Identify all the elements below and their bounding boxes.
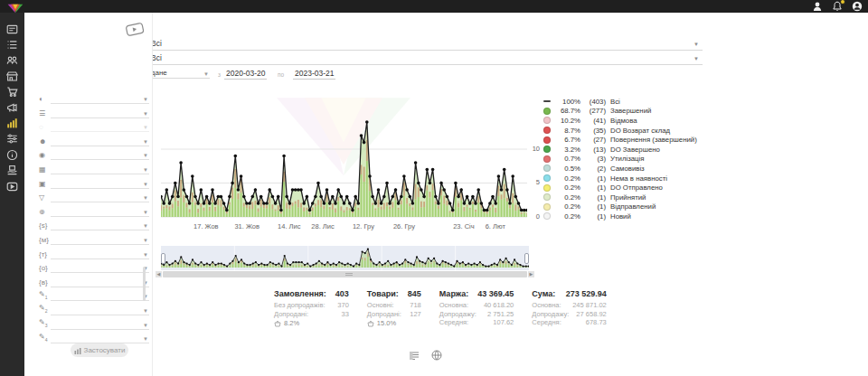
navigator-right-handle[interactable] [524, 253, 529, 264]
cart-icon [6, 86, 18, 98]
legend-item[interactable]: 68.7%(277)Завершений [543, 107, 724, 117]
payment-filter-select[interactable]: ◉▼ [39, 146, 149, 160]
sidebar-item-analytics[interactable] [0, 116, 24, 130]
chart-navigator[interactable] [161, 246, 529, 270]
chevron-down-icon: ▼ [693, 56, 699, 61]
product-select[interactable]: Всі ▼ [151, 53, 703, 65]
custom-field-3-icon: ✎3 [39, 318, 51, 330]
date-to-input[interactable]: 2023-03-21 [293, 69, 335, 80]
orders-chart-plot[interactable] [161, 90, 527, 230]
chevron-down-icon: ▼ [143, 97, 148, 102]
custom-field-4-icon: ✎4 [39, 333, 51, 344]
navigator-left-handle[interactable] [161, 253, 165, 264]
stat-sub-label: Допродажу: [532, 310, 569, 319]
sidebar-item-store[interactable] [0, 69, 24, 83]
status-filter-select[interactable]: ◐▼ [39, 90, 149, 104]
chevron-down-icon: ▼ [143, 139, 148, 145]
custom-field-3-select[interactable]: ✎3▼ [39, 316, 149, 330]
navigator-scrollbar[interactable]: ◀ ▶ [156, 271, 534, 277]
scroll-right-icon[interactable]: ▶ [528, 271, 534, 277]
stat-sub-label: Середня: [439, 318, 468, 327]
legend-swatch [543, 184, 551, 192]
date-to-label: по [278, 71, 284, 78]
chevron-down-icon: ▼ [143, 308, 148, 314]
legend-item[interactable]: 0.2%(1)Відправлений [543, 202, 724, 212]
var-m-filter-select[interactable]: {м}▼ [39, 231, 149, 245]
stat-sub-label: Основна: [439, 301, 468, 310]
sidebar-item-dashboard[interactable] [0, 22, 24, 36]
y-tick-5: 5 [525, 178, 540, 186]
sidebar-item-customers[interactable] [0, 53, 24, 68]
product-filter-select[interactable]: ▦▼ [39, 161, 149, 174]
legend-item[interactable]: 0.2%(1)Новий [543, 212, 724, 221]
legend-count: (41) [580, 117, 606, 125]
delivery-icon [6, 164, 18, 176]
sidebar-item-info[interactable] [0, 147, 24, 162]
legend-item[interactable]: 0.2%(1)Нема в наявності [543, 174, 724, 183]
legend-item[interactable]: 10.2%(41)Відмова [543, 116, 724, 126]
legend-item[interactable]: 100%(403)Всі [543, 97, 724, 107]
main-sidebar [0, 13, 24, 376]
panel-scrollbar[interactable] [143, 267, 146, 301]
state-filter-select[interactable]: ◌▼ [39, 118, 149, 132]
legend-swatch [543, 108, 551, 115]
custom-field-1-select[interactable]: ✎1▼ [39, 287, 149, 301]
custom-field-1-icon: ✎1 [39, 290, 51, 302]
notifications-bell-icon[interactable] [832, 1, 843, 12]
manager-filter-icon: ☻ [39, 137, 51, 146]
date-from-input[interactable]: 2020-03-20 [224, 69, 267, 80]
status-select[interactable]: Всі ▼ [151, 39, 703, 51]
legend-count: (277) [580, 107, 606, 115]
y-tick-10: 10 [525, 145, 540, 153]
globe-icon[interactable] [431, 348, 442, 359]
stats-column: Сума:273 529.94Основна:245 871.02Допрода… [532, 289, 606, 327]
image-filter-icon: ▣ [39, 180, 51, 189]
sidebar-item-video[interactable] [0, 179, 24, 193]
stat-sub-value: 678.73 [579, 318, 607, 327]
sidebar-item-cart[interactable] [0, 85, 24, 99]
sidebar-item-delivery[interactable] [0, 164, 24, 178]
legend-label: Завершений [610, 107, 651, 115]
sidebar-item-orders[interactable] [0, 37, 24, 52]
stat-sub-label: Допродані: [367, 310, 401, 319]
var-s-filter-select[interactable]: {s}▼ [39, 217, 149, 230]
source-filter-select[interactable]: ☰▼ [39, 105, 149, 118]
funnel-filter-select[interactable]: ▽▼ [39, 189, 149, 202]
var-m-filter-icon: {м} [39, 236, 51, 245]
legend-item[interactable]: 0.2%(1)Прийнятий [543, 193, 724, 202]
region-filter-select[interactable]: ⊕▼ [39, 203, 149, 217]
var-o-filter-icon: {о} [39, 264, 51, 273]
chevron-down-icon: ▼ [143, 182, 148, 187]
scroll-left-icon[interactable]: ◀ [156, 271, 162, 277]
chevron-down-icon: ▼ [143, 153, 148, 158]
table-view-icon[interactable] [409, 348, 420, 359]
var-t-filter-icon: {т} [39, 250, 51, 259]
stat-sub-label: Допродажу: [439, 310, 476, 319]
manager-filter-select[interactable]: ☻▼ [39, 133, 149, 146]
legend-item[interactable]: 0.2%(1)DO Отправлено [543, 183, 724, 193]
legend-item[interactable]: 6.7%(27)Повернення (завершений) [543, 135, 724, 145]
chevron-down-icon: ▼ [143, 336, 148, 342]
sidebar-item-marketing[interactable] [0, 100, 24, 115]
var-v-filter-select[interactable]: {в}▼ [39, 274, 149, 287]
var-o-filter-select[interactable]: {о}▼ [39, 259, 149, 273]
legend-item[interactable]: 8.7%(35)DO Возврат склад [543, 126, 724, 136]
legend-item[interactable]: 0.7%(3)Утилізація [543, 155, 724, 164]
x-axis-label: 31. Жов [234, 222, 259, 230]
var-t-filter-select[interactable]: {т}▼ [39, 246, 149, 259]
sidebar-item-settings[interactable] [0, 132, 24, 146]
custom-field-4-select[interactable]: ✎4▼ [39, 330, 149, 343]
legend-percent: 0.2% [555, 202, 580, 211]
legend-item[interactable]: 3.2%(13)DO Завершено [543, 145, 724, 155]
custom-field-2-select[interactable]: ✎2▼ [39, 302, 149, 315]
theme-icon[interactable] [812, 1, 823, 12]
account-avatar-icon[interactable] [852, 1, 863, 12]
image-filter-select[interactable]: ▣▼ [39, 175, 149, 189]
legend-item[interactable]: 0.5%(2)Самовивіз [543, 164, 724, 174]
app-logo-icon[interactable] [7, 1, 24, 12]
basket-icon [367, 320, 374, 327]
apply-button[interactable]: Застосувати [71, 343, 128, 357]
legend-swatch [543, 212, 551, 220]
legend-swatch [543, 136, 551, 144]
scrollbar-track[interactable] [163, 271, 527, 277]
